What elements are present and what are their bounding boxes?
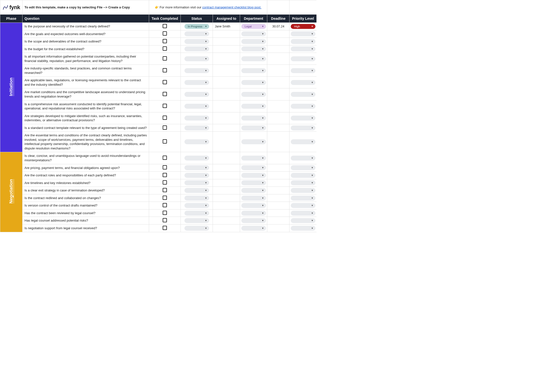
assigned-cell[interactable] <box>213 65 240 77</box>
dept-pill-empty[interactable]: ▼ <box>241 211 266 216</box>
status-pill-empty[interactable]: ▼ <box>184 211 209 216</box>
task-checkbox[interactable] <box>163 156 167 160</box>
priority-pill-empty[interactable]: ▼ <box>291 31 315 36</box>
assigned-cell[interactable] <box>213 30 240 38</box>
task-checkbox[interactable] <box>163 125 167 130</box>
priority-pill[interactable]: High▼ <box>291 24 315 29</box>
task-checkbox[interactable] <box>163 104 167 108</box>
priority-pill-empty[interactable]: ▼ <box>291 125 315 130</box>
status-pill-empty[interactable]: ▼ <box>184 125 209 130</box>
priority-pill-empty[interactable]: ▼ <box>291 226 315 231</box>
status-pill-empty[interactable]: ▼ <box>184 39 209 44</box>
task-checkbox[interactable] <box>163 211 167 215</box>
priority-pill-empty[interactable]: ▼ <box>291 39 315 44</box>
assigned-cell[interactable] <box>213 152 240 164</box>
status-pill-empty[interactable]: ▼ <box>184 104 209 109</box>
deadline-cell[interactable] <box>267 179 290 187</box>
assigned-cell[interactable] <box>213 53 240 65</box>
priority-pill-empty[interactable]: ▼ <box>291 56 315 61</box>
status-pill-empty[interactable]: ▼ <box>184 92 209 97</box>
assigned-cell[interactable] <box>213 194 240 202</box>
assigned-cell[interactable] <box>213 164 240 172</box>
dept-pill-empty[interactable]: ▼ <box>241 31 266 36</box>
deadline-cell[interactable] <box>267 164 290 172</box>
deadline-cell[interactable] <box>267 224 290 232</box>
dept-pill-empty[interactable]: ▼ <box>241 46 266 51</box>
deadline-cell[interactable] <box>267 124 290 132</box>
dept-pill-empty[interactable]: ▼ <box>241 68 266 73</box>
task-checkbox[interactable] <box>163 226 167 230</box>
dept-pill-empty[interactable]: ▼ <box>241 203 266 208</box>
priority-pill-empty[interactable]: ▼ <box>291 92 315 97</box>
deadline-cell[interactable] <box>267 132 290 152</box>
status-pill-empty[interactable]: ▼ <box>184 165 209 170</box>
task-checkbox[interactable] <box>163 188 167 192</box>
task-checkbox[interactable] <box>163 180 167 185</box>
assigned-cell[interactable] <box>213 172 240 179</box>
priority-pill-empty[interactable]: ▼ <box>291 68 315 73</box>
task-checkbox[interactable] <box>163 39 167 43</box>
assigned-cell[interactable] <box>213 88 240 100</box>
task-checkbox[interactable] <box>163 68 167 72</box>
task-checkbox[interactable] <box>163 46 167 51</box>
dept-pill-empty[interactable]: ▼ <box>241 180 266 185</box>
status-pill-empty[interactable]: ▼ <box>184 68 209 73</box>
dept-pill[interactable]: Legal▼ <box>241 24 266 29</box>
priority-pill-empty[interactable]: ▼ <box>291 165 315 170</box>
assigned-cell[interactable] <box>213 45 240 53</box>
status-pill-empty[interactable]: ▼ <box>184 173 209 178</box>
deadline-cell[interactable] <box>267 88 290 100</box>
deadline-cell[interactable]: 30.07.24 <box>267 23 290 30</box>
deadline-cell[interactable] <box>267 38 290 45</box>
status-pill-empty[interactable]: ▼ <box>184 196 209 201</box>
deadline-cell[interactable] <box>267 45 290 53</box>
deadline-cell[interactable] <box>267 152 290 164</box>
dept-pill-empty[interactable]: ▼ <box>241 218 266 223</box>
priority-pill-empty[interactable]: ▼ <box>291 218 315 223</box>
dept-pill-empty[interactable]: ▼ <box>241 165 266 170</box>
task-checkbox[interactable] <box>163 56 167 61</box>
task-checkbox[interactable] <box>163 218 167 222</box>
priority-pill-empty[interactable]: ▼ <box>291 203 315 208</box>
task-checkbox[interactable] <box>163 196 167 200</box>
assigned-cell[interactable] <box>213 38 240 45</box>
deadline-cell[interactable] <box>267 53 290 65</box>
status-pill[interactable]: In Progress▼ <box>184 24 209 29</box>
status-pill-empty[interactable]: ▼ <box>184 116 209 121</box>
dept-pill-empty[interactable]: ▼ <box>241 173 266 178</box>
deadline-cell[interactable] <box>267 187 290 194</box>
assigned-cell[interactable] <box>213 77 240 88</box>
priority-pill-empty[interactable]: ▼ <box>291 173 315 178</box>
info-link[interactable]: contract management checklist blog post. <box>202 5 261 9</box>
task-checkbox[interactable] <box>163 165 167 169</box>
assigned-cell[interactable] <box>213 209 240 217</box>
deadline-cell[interactable] <box>267 202 290 209</box>
task-checkbox[interactable] <box>163 24 167 28</box>
task-checkbox[interactable] <box>163 31 167 36</box>
priority-pill-empty[interactable]: ▼ <box>291 46 315 51</box>
assigned-cell[interactable] <box>213 202 240 209</box>
assigned-cell[interactable]: Jane Smith <box>213 23 240 30</box>
status-pill-empty[interactable]: ▼ <box>184 188 209 193</box>
task-checkbox[interactable] <box>163 139 167 144</box>
dept-pill-empty[interactable]: ▼ <box>241 156 266 161</box>
deadline-cell[interactable] <box>267 100 290 112</box>
assigned-cell[interactable] <box>213 124 240 132</box>
assigned-cell[interactable] <box>213 217 240 225</box>
dept-pill-empty[interactable]: ▼ <box>241 39 266 44</box>
status-pill-empty[interactable]: ▼ <box>184 31 209 36</box>
priority-pill-empty[interactable]: ▼ <box>291 180 315 185</box>
dept-pill-empty[interactable]: ▼ <box>241 196 266 201</box>
assigned-cell[interactable] <box>213 224 240 232</box>
deadline-cell[interactable] <box>267 77 290 88</box>
dept-pill-empty[interactable]: ▼ <box>241 104 266 109</box>
priority-pill-empty[interactable]: ▼ <box>291 188 315 193</box>
deadline-cell[interactable] <box>267 30 290 38</box>
status-pill-empty[interactable]: ▼ <box>184 156 209 161</box>
deadline-cell[interactable] <box>267 65 290 77</box>
assigned-cell[interactable] <box>213 132 240 152</box>
status-pill-empty[interactable]: ▼ <box>184 56 209 61</box>
deadline-cell[interactable] <box>267 217 290 225</box>
dept-pill-empty[interactable]: ▼ <box>241 226 266 231</box>
status-pill-empty[interactable]: ▼ <box>184 218 209 223</box>
